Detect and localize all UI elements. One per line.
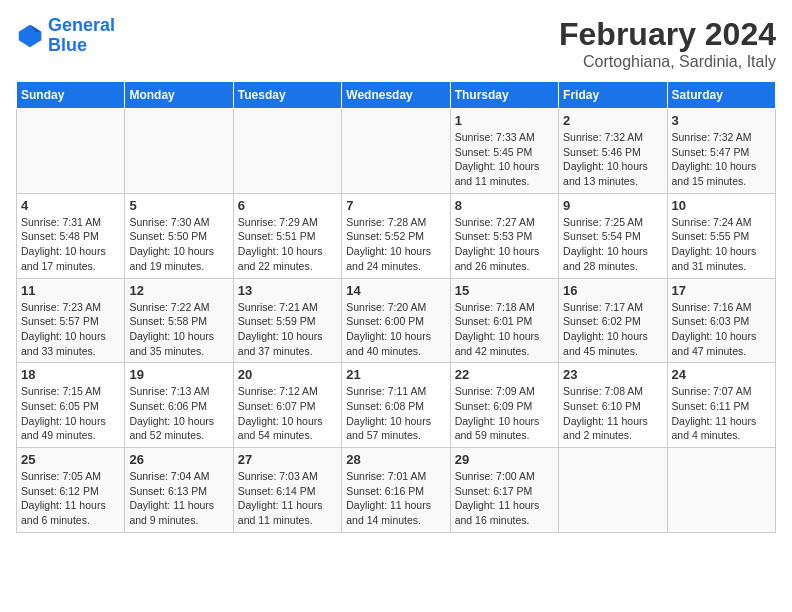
day-number: 14 xyxy=(346,283,445,298)
day-info: Sunrise: 7:33 AM Sunset: 5:45 PM Dayligh… xyxy=(455,130,554,189)
day-number: 6 xyxy=(238,198,337,213)
day-info: Sunrise: 7:09 AM Sunset: 6:09 PM Dayligh… xyxy=(455,384,554,443)
day-number: 1 xyxy=(455,113,554,128)
calendar-cell xyxy=(667,448,775,533)
logo-text: General Blue xyxy=(48,16,115,56)
day-number: 10 xyxy=(672,198,771,213)
col-friday: Friday xyxy=(559,82,667,109)
day-number: 12 xyxy=(129,283,228,298)
calendar-cell: 13Sunrise: 7:21 AM Sunset: 5:59 PM Dayli… xyxy=(233,278,341,363)
day-number: 23 xyxy=(563,367,662,382)
svg-marker-0 xyxy=(19,25,41,47)
day-info: Sunrise: 7:18 AM Sunset: 6:01 PM Dayligh… xyxy=(455,300,554,359)
calendar-cell xyxy=(233,109,341,194)
day-info: Sunrise: 7:29 AM Sunset: 5:51 PM Dayligh… xyxy=(238,215,337,274)
header-row: Sunday Monday Tuesday Wednesday Thursday… xyxy=(17,82,776,109)
calendar-cell: 2Sunrise: 7:32 AM Sunset: 5:46 PM Daylig… xyxy=(559,109,667,194)
week-row-4: 18Sunrise: 7:15 AM Sunset: 6:05 PM Dayli… xyxy=(17,363,776,448)
col-tuesday: Tuesday xyxy=(233,82,341,109)
calendar-cell: 28Sunrise: 7:01 AM Sunset: 6:16 PM Dayli… xyxy=(342,448,450,533)
day-number: 17 xyxy=(672,283,771,298)
day-info: Sunrise: 7:21 AM Sunset: 5:59 PM Dayligh… xyxy=(238,300,337,359)
day-number: 9 xyxy=(563,198,662,213)
calendar-cell: 17Sunrise: 7:16 AM Sunset: 6:03 PM Dayli… xyxy=(667,278,775,363)
calendar-table: Sunday Monday Tuesday Wednesday Thursday… xyxy=(16,81,776,533)
day-number: 25 xyxy=(21,452,120,467)
day-number: 26 xyxy=(129,452,228,467)
day-number: 2 xyxy=(563,113,662,128)
day-number: 19 xyxy=(129,367,228,382)
week-row-1: 1Sunrise: 7:33 AM Sunset: 5:45 PM Daylig… xyxy=(17,109,776,194)
day-number: 13 xyxy=(238,283,337,298)
day-info: Sunrise: 7:32 AM Sunset: 5:47 PM Dayligh… xyxy=(672,130,771,189)
day-info: Sunrise: 7:11 AM Sunset: 6:08 PM Dayligh… xyxy=(346,384,445,443)
calendar-cell: 6Sunrise: 7:29 AM Sunset: 5:51 PM Daylig… xyxy=(233,193,341,278)
day-info: Sunrise: 7:16 AM Sunset: 6:03 PM Dayligh… xyxy=(672,300,771,359)
day-number: 27 xyxy=(238,452,337,467)
day-number: 8 xyxy=(455,198,554,213)
calendar-cell: 5Sunrise: 7:30 AM Sunset: 5:50 PM Daylig… xyxy=(125,193,233,278)
calendar-cell: 16Sunrise: 7:17 AM Sunset: 6:02 PM Dayli… xyxy=(559,278,667,363)
calendar-cell: 21Sunrise: 7:11 AM Sunset: 6:08 PM Dayli… xyxy=(342,363,450,448)
calendar-cell: 10Sunrise: 7:24 AM Sunset: 5:55 PM Dayli… xyxy=(667,193,775,278)
day-info: Sunrise: 7:15 AM Sunset: 6:05 PM Dayligh… xyxy=(21,384,120,443)
calendar-cell: 22Sunrise: 7:09 AM Sunset: 6:09 PM Dayli… xyxy=(450,363,558,448)
day-number: 16 xyxy=(563,283,662,298)
day-info: Sunrise: 7:28 AM Sunset: 5:52 PM Dayligh… xyxy=(346,215,445,274)
logo-icon xyxy=(16,22,44,50)
day-info: Sunrise: 7:03 AM Sunset: 6:14 PM Dayligh… xyxy=(238,469,337,528)
day-info: Sunrise: 7:25 AM Sunset: 5:54 PM Dayligh… xyxy=(563,215,662,274)
day-number: 28 xyxy=(346,452,445,467)
logo-line1: General xyxy=(48,15,115,35)
day-info: Sunrise: 7:07 AM Sunset: 6:11 PM Dayligh… xyxy=(672,384,771,443)
logo: General Blue xyxy=(16,16,115,56)
logo-line2: Blue xyxy=(48,35,87,55)
week-row-2: 4Sunrise: 7:31 AM Sunset: 5:48 PM Daylig… xyxy=(17,193,776,278)
calendar-cell: 3Sunrise: 7:32 AM Sunset: 5:47 PM Daylig… xyxy=(667,109,775,194)
day-info: Sunrise: 7:04 AM Sunset: 6:13 PM Dayligh… xyxy=(129,469,228,528)
day-number: 4 xyxy=(21,198,120,213)
day-info: Sunrise: 7:32 AM Sunset: 5:46 PM Dayligh… xyxy=(563,130,662,189)
calendar-cell: 7Sunrise: 7:28 AM Sunset: 5:52 PM Daylig… xyxy=(342,193,450,278)
day-info: Sunrise: 7:30 AM Sunset: 5:50 PM Dayligh… xyxy=(129,215,228,274)
day-info: Sunrise: 7:13 AM Sunset: 6:06 PM Dayligh… xyxy=(129,384,228,443)
calendar-subtitle: Cortoghiana, Sardinia, Italy xyxy=(559,53,776,71)
day-info: Sunrise: 7:08 AM Sunset: 6:10 PM Dayligh… xyxy=(563,384,662,443)
page-header: General Blue February 2024 Cortoghiana, … xyxy=(16,16,776,71)
day-info: Sunrise: 7:24 AM Sunset: 5:55 PM Dayligh… xyxy=(672,215,771,274)
day-number: 22 xyxy=(455,367,554,382)
day-info: Sunrise: 7:31 AM Sunset: 5:48 PM Dayligh… xyxy=(21,215,120,274)
calendar-cell: 19Sunrise: 7:13 AM Sunset: 6:06 PM Dayli… xyxy=(125,363,233,448)
calendar-cell: 26Sunrise: 7:04 AM Sunset: 6:13 PM Dayli… xyxy=(125,448,233,533)
col-saturday: Saturday xyxy=(667,82,775,109)
day-number: 15 xyxy=(455,283,554,298)
title-block: February 2024 Cortoghiana, Sardinia, Ita… xyxy=(559,16,776,71)
day-number: 11 xyxy=(21,283,120,298)
calendar-cell: 27Sunrise: 7:03 AM Sunset: 6:14 PM Dayli… xyxy=(233,448,341,533)
day-info: Sunrise: 7:20 AM Sunset: 6:00 PM Dayligh… xyxy=(346,300,445,359)
day-number: 18 xyxy=(21,367,120,382)
calendar-cell: 4Sunrise: 7:31 AM Sunset: 5:48 PM Daylig… xyxy=(17,193,125,278)
calendar-cell: 23Sunrise: 7:08 AM Sunset: 6:10 PM Dayli… xyxy=(559,363,667,448)
calendar-cell xyxy=(125,109,233,194)
calendar-cell: 9Sunrise: 7:25 AM Sunset: 5:54 PM Daylig… xyxy=(559,193,667,278)
week-row-5: 25Sunrise: 7:05 AM Sunset: 6:12 PM Dayli… xyxy=(17,448,776,533)
col-wednesday: Wednesday xyxy=(342,82,450,109)
day-number: 24 xyxy=(672,367,771,382)
day-info: Sunrise: 7:12 AM Sunset: 6:07 PM Dayligh… xyxy=(238,384,337,443)
day-info: Sunrise: 7:22 AM Sunset: 5:58 PM Dayligh… xyxy=(129,300,228,359)
calendar-cell xyxy=(342,109,450,194)
calendar-cell: 18Sunrise: 7:15 AM Sunset: 6:05 PM Dayli… xyxy=(17,363,125,448)
day-info: Sunrise: 7:01 AM Sunset: 6:16 PM Dayligh… xyxy=(346,469,445,528)
calendar-cell: 14Sunrise: 7:20 AM Sunset: 6:00 PM Dayli… xyxy=(342,278,450,363)
calendar-cell: 25Sunrise: 7:05 AM Sunset: 6:12 PM Dayli… xyxy=(17,448,125,533)
calendar-cell xyxy=(17,109,125,194)
calendar-cell xyxy=(559,448,667,533)
calendar-title: February 2024 xyxy=(559,16,776,53)
day-number: 20 xyxy=(238,367,337,382)
week-row-3: 11Sunrise: 7:23 AM Sunset: 5:57 PM Dayli… xyxy=(17,278,776,363)
col-sunday: Sunday xyxy=(17,82,125,109)
day-info: Sunrise: 7:05 AM Sunset: 6:12 PM Dayligh… xyxy=(21,469,120,528)
day-info: Sunrise: 7:00 AM Sunset: 6:17 PM Dayligh… xyxy=(455,469,554,528)
calendar-cell: 12Sunrise: 7:22 AM Sunset: 5:58 PM Dayli… xyxy=(125,278,233,363)
